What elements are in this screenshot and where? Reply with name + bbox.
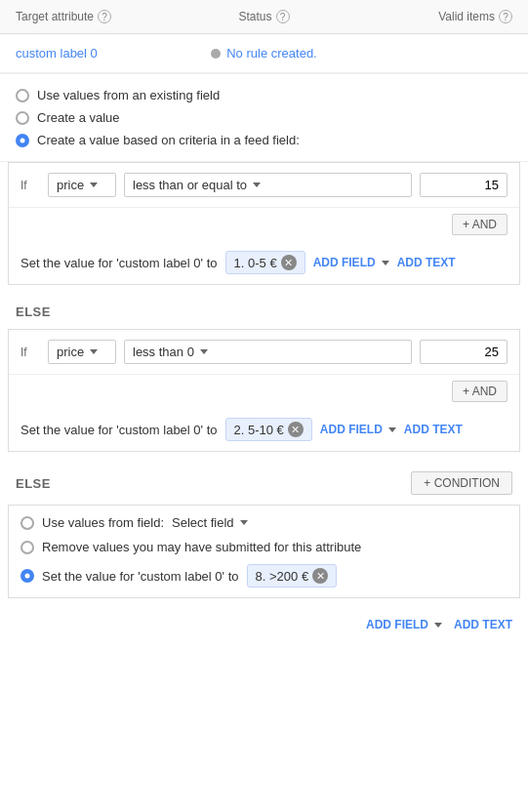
value-input-2[interactable] — [420, 340, 508, 364]
final-option-remove-values[interactable]: Remove values you may have submitted for… — [20, 540, 508, 554]
condition-row-2: If price less than 0 — [9, 330, 519, 375]
chevron-down-icon — [90, 349, 98, 354]
option-create-criteria[interactable]: Create a value based on criteria in a fe… — [16, 133, 512, 147]
field-dropdown-1[interactable]: price — [48, 173, 116, 197]
remove-tag-3[interactable]: ✕ — [312, 568, 328, 584]
and-row-2: + AND — [9, 375, 519, 408]
status-header: Status ? — [182, 10, 347, 23]
add-condition-button[interactable]: + CONDITION — [411, 471, 512, 495]
status-dot — [211, 49, 221, 59]
option-use-existing[interactable]: Use values from an existing field — [16, 88, 512, 102]
operator-dropdown-2[interactable]: less than 0 — [124, 340, 412, 364]
options-section: Use values from an existing field Create… — [0, 74, 528, 162]
set-value-row-1: Set the value for 'custom label 0' to 1.… — [9, 241, 519, 284]
select-field-dropdown[interactable]: Select field — [172, 515, 248, 530]
chevron-down-icon — [382, 261, 389, 265]
else-row-1: ELSE — [0, 295, 528, 329]
and-button-1[interactable]: + AND — [452, 214, 508, 235]
chevron-down-icon — [240, 520, 248, 525]
value-tag-3: 8. >200 € ✕ — [247, 564, 338, 588]
set-value-row-2: Set the value for 'custom label 0' to 2.… — [9, 408, 519, 451]
target-attribute-header: Target attribute ? — [16, 10, 182, 23]
final-option-use-field[interactable]: Use values from field: Select field — [20, 515, 508, 530]
operator-dropdown-1[interactable]: less than or equal to — [124, 173, 412, 197]
remove-tag-1[interactable]: ✕ — [281, 255, 297, 270]
radio-set-value[interactable] — [20, 569, 34, 583]
else-condition-row: ELSE + CONDITION — [0, 462, 528, 505]
add-text-button-1[interactable]: ADD TEXT — [397, 256, 456, 269]
add-field-button-2[interactable]: ADD FIELD — [320, 423, 396, 436]
and-row-1: + AND — [9, 208, 519, 241]
chevron-down-icon — [90, 183, 98, 187]
radio-create-criteria[interactable] — [16, 134, 29, 147]
and-button-2[interactable]: + AND — [452, 381, 508, 402]
add-text-button-2[interactable]: ADD TEXT — [404, 423, 463, 436]
status-value: No rule created. — [187, 46, 340, 61]
chevron-down-icon — [200, 349, 208, 354]
radio-remove-values[interactable] — [20, 541, 34, 554]
condition-section-1: If price less than or equal to + AND Set… — [0, 162, 528, 295]
target-attribute-value: custom label 0 — [16, 46, 168, 61]
condition-block-2: If price less than 0 + AND Set the value… — [8, 329, 520, 452]
final-option-set-value[interactable]: Set the value for 'custom label 0' to 8.… — [20, 564, 508, 588]
value-tag-2: 2. 5-10 € ✕ — [225, 418, 312, 441]
status-help-icon[interactable]: ? — [276, 10, 290, 23]
chevron-down-icon — [253, 183, 261, 187]
target-row: custom label 0 No rule created. — [0, 34, 528, 73]
option-create-value[interactable]: Create a value — [16, 110, 512, 125]
valid-items-header: Valid items ? — [346, 10, 512, 23]
target-attribute-help-icon[interactable]: ? — [98, 10, 111, 23]
chevron-down-icon — [434, 623, 442, 628]
value-tag-1: 1. 0-5 € ✕ — [225, 251, 305, 274]
table-header: Target attribute ? Status ? Valid items … — [0, 0, 528, 34]
condition-row-1: If price less than or equal to — [9, 163, 519, 208]
bottom-action-row: ADD FIELD ADD TEXT — [0, 608, 528, 641]
valid-items-help-icon[interactable]: ? — [499, 10, 512, 23]
field-dropdown-2[interactable]: price — [48, 340, 116, 364]
radio-use-existing[interactable] — [16, 89, 29, 102]
radio-create-value[interactable] — [16, 111, 29, 125]
condition-section-2: If price less than 0 + AND Set the value… — [0, 329, 528, 462]
add-field-button-1[interactable]: ADD FIELD — [313, 256, 389, 269]
radio-use-field[interactable] — [20, 516, 34, 530]
add-field-button-bottom[interactable]: ADD FIELD — [366, 618, 442, 631]
value-input-1[interactable] — [420, 173, 508, 197]
condition-block-1: If price less than or equal to + AND Set… — [8, 162, 520, 285]
remove-tag-2[interactable]: ✕ — [288, 422, 304, 437]
final-else-block: Use values from field: Select field Remo… — [8, 505, 520, 598]
add-text-button-bottom[interactable]: ADD TEXT — [454, 618, 512, 631]
chevron-down-icon — [388, 427, 396, 432]
